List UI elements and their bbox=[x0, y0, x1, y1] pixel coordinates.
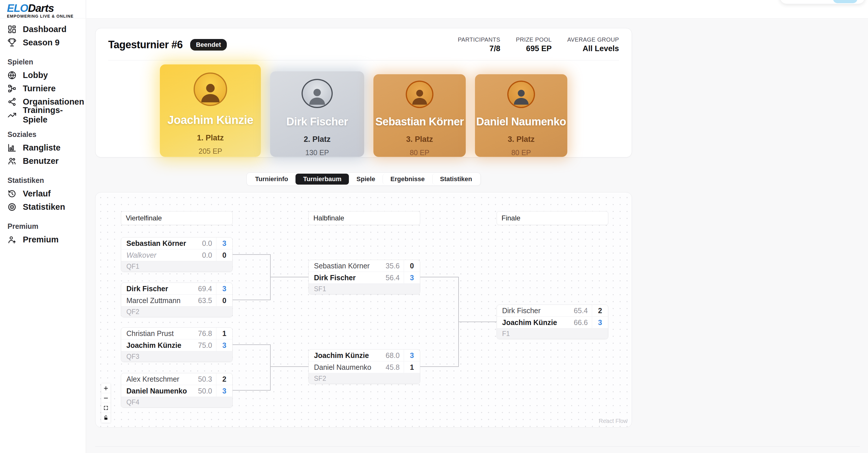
podium-player-name: Dirk Fischer bbox=[286, 116, 348, 128]
sidebar-item-label: Rangliste bbox=[23, 143, 61, 152]
sidebar-item-label: Trainings-Spiele bbox=[23, 106, 78, 124]
tab-statistiken[interactable]: Statistiken bbox=[432, 174, 479, 185]
trending-up-icon bbox=[7, 111, 17, 120]
player-score: 3 bbox=[216, 237, 232, 249]
match-code: QF4 bbox=[121, 397, 232, 407]
player-average: 50.0 bbox=[198, 387, 216, 395]
sidebar-item-label: Verlauf bbox=[23, 189, 51, 198]
player-average: 75.0 bbox=[198, 341, 216, 349]
tab-spiele[interactable]: Spiele bbox=[349, 174, 383, 185]
avatar bbox=[406, 81, 433, 108]
player-row: Alex Kretschmer50.3 2 bbox=[121, 373, 232, 385]
sidebar-item-statistiken[interactable]: Statistiken bbox=[3, 200, 82, 214]
bracket-icon bbox=[7, 84, 17, 93]
tournament-header-card: Tagesturnier #6 Beendet PARTICIPANTS 7/8… bbox=[95, 28, 632, 158]
tab-turnierbaum[interactable]: Turnierbaum bbox=[296, 174, 349, 185]
player-score: 0 bbox=[216, 295, 232, 306]
player-score: 3 bbox=[216, 283, 232, 294]
podium-points: 80 EP bbox=[512, 148, 531, 157]
player-name: Joachim Künzie bbox=[314, 351, 369, 360]
zoom-out-button[interactable] bbox=[101, 393, 111, 403]
avatar bbox=[302, 79, 333, 108]
player-average: 50.3 bbox=[198, 375, 216, 384]
match-qf3[interactable]: Christian Prust76.8 1 Joachim Künzie75.0… bbox=[121, 327, 232, 362]
sidebar-section-statistiken: Statistiken bbox=[3, 176, 82, 185]
match-code: QF2 bbox=[121, 307, 232, 317]
player-name: Joachim Künzie bbox=[126, 341, 181, 349]
sidebar-item-benutzer[interactable]: Benutzer bbox=[3, 154, 82, 168]
player-name: Daniel Naumenko bbox=[126, 387, 187, 395]
podium-card-third-b: Daniel Naumenko 3. Platz 80 EP bbox=[475, 74, 567, 157]
player-score: 3 bbox=[404, 349, 420, 361]
bracket-canvas[interactable]: Viertelfinale Halbfinale Finale Sebastia… bbox=[95, 192, 632, 428]
player-average: 65.4 bbox=[574, 307, 592, 315]
podium-player-name: Sebastian Körner bbox=[375, 116, 464, 128]
target-icon bbox=[7, 202, 17, 211]
react-flow-attribution[interactable]: React Flow bbox=[599, 418, 628, 424]
zoom-in-button[interactable] bbox=[101, 384, 111, 393]
stat-participants: PARTICIPANTS 7/8 bbox=[458, 36, 500, 53]
sidebar-item-label: Turniere bbox=[23, 84, 56, 93]
player-name: Dirk Fischer bbox=[314, 274, 356, 282]
match-qf2[interactable]: Dirk Fischer69.4 3 Marcel Zuttmann63.5 0… bbox=[121, 283, 232, 317]
player-average: 76.8 bbox=[198, 329, 216, 338]
podium-player-name: Joachim Künzie bbox=[167, 114, 253, 126]
podium-place: 3. Platz bbox=[507, 135, 534, 144]
player-average: 45.8 bbox=[385, 363, 404, 371]
player-row: Dirk Fischer56.4 3 bbox=[309, 272, 420, 284]
podium-card-second: Dirk Fischer 2. Platz 130 EP bbox=[270, 72, 364, 157]
player-average: 69.4 bbox=[198, 285, 216, 293]
stat-average-group: AVERAGE GROUP All Levels bbox=[567, 36, 619, 53]
podium: Joachim Künzie 1. Platz 205 EP Dirk Fisc… bbox=[95, 60, 632, 163]
match-sf1[interactable]: Sebastian Körner35.6 0 Dirk Fischer56.4 … bbox=[308, 260, 420, 294]
round-header-finale: Finale bbox=[497, 211, 608, 225]
match-sf2[interactable]: Joachim Künzie68.0 3 Daniel Naumenko45.8… bbox=[308, 349, 420, 384]
player-row: Joachim Künzie75.0 3 bbox=[121, 339, 232, 351]
podium-card-third: Sebastian Körner 3. Platz 80 EP bbox=[373, 74, 466, 157]
sidebar-item-label: Dashboard bbox=[23, 25, 66, 34]
player-name: Sebastian Körner bbox=[126, 239, 186, 248]
tournament-tabs: Turnierinfo Turnierbaum Spiele Ergebniss… bbox=[246, 172, 481, 186]
avatar bbox=[507, 81, 535, 108]
player-name: Joachim Künzie bbox=[502, 318, 557, 327]
lock-button[interactable] bbox=[101, 413, 111, 423]
sidebar-item-turniere[interactable]: Turniere bbox=[3, 82, 82, 95]
sidebar: ELODarts EMPOWERING LIVE & ONLINE Dashbo… bbox=[0, 0, 86, 453]
match-code: SF1 bbox=[309, 284, 420, 294]
sidebar-item-label: Benutzer bbox=[23, 156, 59, 166]
player-name: Dirk Fischer bbox=[502, 307, 540, 315]
match-code: F1 bbox=[497, 329, 608, 339]
lock-icon bbox=[103, 415, 108, 420]
sidebar-item-lobby[interactable]: Lobby bbox=[3, 68, 82, 82]
player-score: 0 bbox=[216, 249, 232, 261]
match-qf1[interactable]: Sebastian Körner0.0 3 Walkover0.0 0 QF1 bbox=[121, 237, 232, 272]
sidebar-item-label: Season 9 bbox=[23, 38, 59, 47]
player-row: Sebastian Körner0.0 3 bbox=[121, 237, 232, 249]
podium-place: 2. Platz bbox=[304, 135, 331, 144]
player-score: 3 bbox=[592, 317, 608, 328]
sidebar-nav: Dashboard Season 9 Spielen Lobby Turnier… bbox=[0, 19, 86, 246]
fit-view-button[interactable] bbox=[101, 403, 111, 413]
match-f1[interactable]: Dirk Fischer65.4 2 Joachim Künzie66.6 3 … bbox=[497, 305, 608, 339]
network-icon bbox=[7, 97, 17, 106]
sidebar-item-season[interactable]: Season 9 bbox=[3, 36, 82, 49]
sidebar-item-dashboard[interactable]: Dashboard bbox=[3, 23, 82, 36]
player-score: 2 bbox=[216, 373, 232, 385]
player-name: Alex Kretschmer bbox=[126, 375, 179, 384]
player-score: 1 bbox=[404, 361, 420, 373]
player-name: Marcel Zuttmann bbox=[126, 296, 181, 305]
sidebar-item-verlauf[interactable]: Verlauf bbox=[3, 187, 82, 200]
sidebar-item-trainings-spiele[interactable]: Trainings-Spiele bbox=[3, 108, 82, 122]
match-code: QF1 bbox=[121, 261, 232, 272]
sidebar-item-rangliste[interactable]: Rangliste bbox=[3, 141, 82, 154]
bottom-divider bbox=[95, 446, 860, 447]
toast-action-button[interactable] bbox=[833, 0, 857, 3]
player-average: 0.0 bbox=[202, 239, 216, 248]
app-logo[interactable]: ELODarts EMPOWERING LIVE & ONLINE bbox=[0, 0, 86, 19]
round-header-halbfinale: Halbfinale bbox=[308, 211, 420, 225]
match-qf4[interactable]: Alex Kretschmer50.3 2 Daniel Naumenko50.… bbox=[121, 373, 232, 408]
sidebar-item-premium[interactable]: Premium bbox=[3, 233, 82, 246]
tab-ergebnisse[interactable]: Ergebnisse bbox=[383, 174, 432, 185]
player-row: Sebastian Körner35.6 0 bbox=[309, 260, 420, 272]
tab-turnierinfo[interactable]: Turnierinfo bbox=[248, 174, 296, 185]
